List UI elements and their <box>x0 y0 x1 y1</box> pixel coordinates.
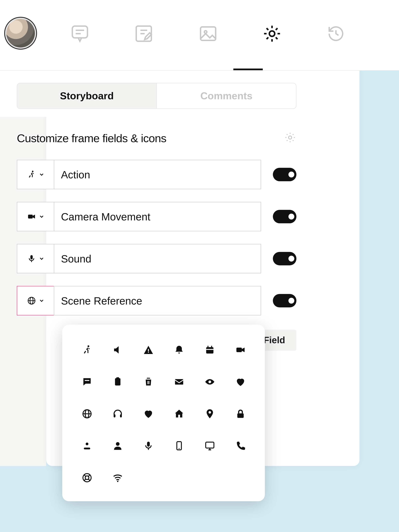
chevron-down-icon <box>38 256 44 262</box>
edit-icon[interactable] <box>131 21 156 46</box>
svg-point-33 <box>85 443 88 445</box>
svg-line-45 <box>88 475 90 476</box>
svg-rect-39 <box>206 442 214 448</box>
bell-icon[interactable] <box>169 340 189 360</box>
running-icon[interactable] <box>77 340 96 360</box>
volume-icon[interactable] <box>108 340 127 360</box>
image-icon[interactable] <box>195 21 221 46</box>
video-icon <box>27 212 36 221</box>
svg-rect-21 <box>85 380 89 381</box>
warning-icon[interactable] <box>139 340 158 360</box>
field-icon-selector[interactable] <box>17 160 54 189</box>
svg-point-8 <box>288 136 292 139</box>
monitor-icon[interactable] <box>200 436 219 456</box>
chevron-down-icon <box>38 214 44 220</box>
field-label-input[interactable] <box>54 286 261 316</box>
calendar-icon[interactable] <box>200 340 219 360</box>
section-title: Customize frame fields & icons <box>17 132 166 145</box>
svg-rect-19 <box>211 346 212 348</box>
field-toggle[interactable] <box>273 210 296 223</box>
eye-icon[interactable] <box>200 372 219 392</box>
svg-rect-11 <box>30 255 32 260</box>
svg-rect-0 <box>72 26 88 38</box>
svg-rect-24 <box>147 381 148 384</box>
svg-line-47 <box>88 479 90 481</box>
svg-rect-20 <box>236 348 241 352</box>
history-icon[interactable] <box>323 21 348 46</box>
field-icon-selector[interactable] <box>17 202 54 231</box>
field-row <box>17 244 296 273</box>
tab-bar: Storyboard Comments <box>17 83 296 109</box>
chevron-down-icon <box>38 172 44 177</box>
heart-icon[interactable] <box>139 404 158 424</box>
chat-icon[interactable] <box>67 21 93 46</box>
field-toggle[interactable] <box>273 252 296 265</box>
tab-comments[interactable]: Comments <box>157 83 296 108</box>
home-icon[interactable] <box>169 404 189 424</box>
section-settings-button[interactable] <box>284 131 296 146</box>
location-icon[interactable] <box>200 404 219 424</box>
icon-picker <box>62 325 265 501</box>
microphone-icon <box>27 254 36 263</box>
svg-rect-25 <box>148 381 149 384</box>
field-label-input[interactable] <box>54 160 261 189</box>
field-toggle[interactable] <box>273 168 296 181</box>
svg-line-44 <box>84 475 85 476</box>
video-icon[interactable] <box>231 340 250 360</box>
globe-icon <box>27 296 36 305</box>
svg-rect-22 <box>115 378 120 386</box>
svg-rect-23 <box>116 377 119 379</box>
field-row <box>17 160 296 189</box>
globe-icon[interactable] <box>77 404 96 424</box>
svg-rect-26 <box>175 379 183 384</box>
trash-icon[interactable] <box>139 372 158 392</box>
field-list <box>17 160 296 316</box>
svg-point-43 <box>85 476 89 480</box>
avatar[interactable] <box>4 17 37 50</box>
field-toggle[interactable] <box>273 294 296 307</box>
svg-rect-31 <box>120 414 122 418</box>
svg-point-35 <box>116 442 120 446</box>
wifi-icon[interactable] <box>108 468 127 488</box>
svg-line-46 <box>84 479 85 481</box>
svg-rect-16 <box>206 347 213 354</box>
chevron-down-icon <box>38 298 44 304</box>
envelope-icon[interactable] <box>169 372 189 392</box>
svg-point-48 <box>117 481 118 482</box>
user-solid-icon[interactable] <box>108 436 127 456</box>
svg-point-9 <box>32 171 33 172</box>
svg-rect-4 <box>200 27 215 40</box>
svg-rect-30 <box>113 414 115 418</box>
lock-icon[interactable] <box>231 404 250 424</box>
phone-icon[interactable] <box>231 436 250 456</box>
mobile-icon[interactable] <box>169 436 189 456</box>
lifebuoy-icon[interactable] <box>77 468 96 488</box>
field-label-input[interactable] <box>54 244 261 273</box>
top-toolbar <box>0 0 399 71</box>
tab-label: Storyboard <box>60 90 114 102</box>
tab-label: Comments <box>200 90 253 102</box>
field-row <box>17 286 296 316</box>
headphones-icon[interactable] <box>108 404 127 424</box>
svg-point-15 <box>87 345 89 347</box>
tab-storyboard[interactable]: Storyboard <box>17 83 157 108</box>
svg-rect-17 <box>206 349 213 350</box>
heart-solid-icon[interactable] <box>231 372 250 392</box>
field-row <box>17 202 296 231</box>
field-icon-selector[interactable] <box>17 244 54 273</box>
active-tab-indicator <box>233 69 263 70</box>
gear-icon[interactable] <box>259 21 285 46</box>
svg-point-38 <box>178 448 179 449</box>
svg-rect-10 <box>28 215 32 219</box>
field-label-input[interactable] <box>54 202 261 231</box>
svg-rect-18 <box>207 346 208 348</box>
svg-point-6 <box>269 31 275 36</box>
field-icon-selector[interactable] <box>17 286 54 316</box>
message-icon[interactable] <box>77 372 96 392</box>
svg-rect-36 <box>147 442 150 447</box>
clipboard-icon[interactable] <box>108 372 127 392</box>
microphone-icon[interactable] <box>139 436 158 456</box>
section-header: Customize frame fields & icons <box>17 131 296 146</box>
user-icon[interactable] <box>77 436 96 456</box>
svg-rect-32 <box>237 413 243 418</box>
